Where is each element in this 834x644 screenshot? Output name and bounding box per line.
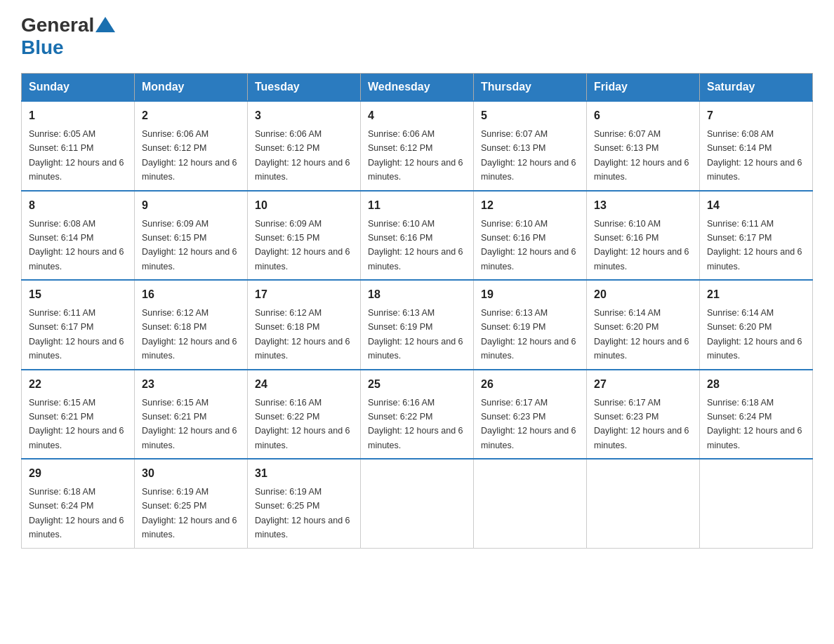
day-info: Sunrise: 6:17 AMSunset: 6:23 PMDaylight:… [594,398,689,450]
day-number: 11 [368,197,466,214]
day-info: Sunrise: 6:12 AMSunset: 6:18 PMDaylight:… [142,308,237,361]
calendar-cell: 17 Sunrise: 6:12 AMSunset: 6:18 PMDaylig… [248,280,361,370]
calendar-cell: 26 Sunrise: 6:17 AMSunset: 6:23 PMDaylig… [474,370,587,459]
calendar-cell: 25 Sunrise: 6:16 AMSunset: 6:22 PMDaylig… [361,370,474,459]
calendar-cell [474,459,587,548]
day-info: Sunrise: 6:10 AMSunset: 6:16 PMDaylight:… [594,219,689,271]
calendar-cell: 3 Sunrise: 6:06 AMSunset: 6:12 PMDayligh… [248,101,361,191]
calendar-cell: 11 Sunrise: 6:10 AMSunset: 6:16 PMDaylig… [361,191,474,281]
week-row-5: 29 Sunrise: 6:18 AMSunset: 6:24 PMDaylig… [22,459,813,548]
day-number: 29 [29,465,127,482]
day-number: 3 [255,107,353,124]
day-info: Sunrise: 6:18 AMSunset: 6:24 PMDaylight:… [29,487,124,539]
day-number: 13 [594,197,692,214]
day-info: Sunrise: 6:16 AMSunset: 6:22 PMDaylight:… [368,398,463,450]
col-header-tuesday: Tuesday [248,74,361,102]
day-number: 10 [255,197,353,214]
day-info: Sunrise: 6:14 AMSunset: 6:20 PMDaylight:… [594,308,689,361]
col-header-saturday: Saturday [700,74,813,102]
calendar-cell: 19 Sunrise: 6:13 AMSunset: 6:19 PMDaylig… [474,280,587,370]
calendar-cell: 2 Sunrise: 6:06 AMSunset: 6:12 PMDayligh… [135,101,248,191]
day-number: 31 [255,465,353,482]
calendar-cell: 15 Sunrise: 6:11 AMSunset: 6:17 PMDaylig… [22,280,135,370]
day-number: 7 [707,107,805,124]
calendar-cell: 21 Sunrise: 6:14 AMSunset: 6:20 PMDaylig… [700,280,813,370]
day-info: Sunrise: 6:06 AMSunset: 6:12 PMDaylight:… [368,129,463,182]
logo-text-main: General Blue [21,14,115,59]
calendar-cell [361,459,474,548]
day-info: Sunrise: 6:07 AMSunset: 6:13 PMDaylight:… [594,129,689,182]
logo-triangle-icon [95,17,115,32]
day-info: Sunrise: 6:10 AMSunset: 6:16 PMDaylight:… [481,219,576,271]
calendar-cell [587,459,700,548]
day-info: Sunrise: 6:08 AMSunset: 6:14 PMDaylight:… [707,129,802,182]
day-number: 2 [142,107,240,124]
calendar-cell: 22 Sunrise: 6:15 AMSunset: 6:21 PMDaylig… [22,370,135,459]
day-number: 19 [481,286,579,303]
calendar-cell: 23 Sunrise: 6:15 AMSunset: 6:21 PMDaylig… [135,370,248,459]
day-info: Sunrise: 6:11 AMSunset: 6:17 PMDaylight:… [29,308,124,361]
col-header-thursday: Thursday [474,74,587,102]
col-header-sunday: Sunday [22,74,135,102]
day-info: Sunrise: 6:11 AMSunset: 6:17 PMDaylight:… [707,219,802,271]
week-row-2: 8 Sunrise: 6:08 AMSunset: 6:14 PMDayligh… [22,191,813,281]
col-header-monday: Monday [135,74,248,102]
day-info: Sunrise: 6:12 AMSunset: 6:18 PMDaylight:… [255,308,350,361]
page-header: General Blue [21,14,813,59]
week-row-4: 22 Sunrise: 6:15 AMSunset: 6:21 PMDaylig… [22,370,813,459]
calendar-cell: 30 Sunrise: 6:19 AMSunset: 6:25 PMDaylig… [135,459,248,548]
calendar-header-row: SundayMondayTuesdayWednesdayThursdayFrid… [22,74,813,102]
day-info: Sunrise: 6:19 AMSunset: 6:25 PMDaylight:… [142,487,237,539]
day-number: 30 [142,465,240,482]
day-number: 26 [481,376,579,393]
calendar-cell: 24 Sunrise: 6:16 AMSunset: 6:22 PMDaylig… [248,370,361,459]
day-number: 20 [594,286,692,303]
day-number: 14 [707,197,805,214]
day-info: Sunrise: 6:10 AMSunset: 6:16 PMDaylight:… [368,219,463,271]
day-number: 28 [707,376,805,393]
day-number: 15 [29,286,127,303]
calendar-cell: 5 Sunrise: 6:07 AMSunset: 6:13 PMDayligh… [474,101,587,191]
calendar-cell: 14 Sunrise: 6:11 AMSunset: 6:17 PMDaylig… [700,191,813,281]
day-info: Sunrise: 6:19 AMSunset: 6:25 PMDaylight:… [255,487,350,539]
calendar-cell: 12 Sunrise: 6:10 AMSunset: 6:16 PMDaylig… [474,191,587,281]
day-info: Sunrise: 6:17 AMSunset: 6:23 PMDaylight:… [481,398,576,450]
week-row-1: 1 Sunrise: 6:05 AMSunset: 6:11 PMDayligh… [22,101,813,191]
calendar-table: SundayMondayTuesdayWednesdayThursdayFrid… [21,73,813,549]
day-number: 17 [255,286,353,303]
calendar-cell: 20 Sunrise: 6:14 AMSunset: 6:20 PMDaylig… [587,280,700,370]
day-number: 6 [594,107,692,124]
logo: General Blue [21,14,115,59]
day-number: 27 [594,376,692,393]
day-info: Sunrise: 6:18 AMSunset: 6:24 PMDaylight:… [707,398,802,450]
day-number: 9 [142,197,240,214]
day-info: Sunrise: 6:05 AMSunset: 6:11 PMDaylight:… [29,129,124,182]
calendar-cell: 7 Sunrise: 6:08 AMSunset: 6:14 PMDayligh… [700,101,813,191]
day-number: 5 [481,107,579,124]
day-number: 25 [368,376,466,393]
day-number: 21 [707,286,805,303]
day-info: Sunrise: 6:13 AMSunset: 6:19 PMDaylight:… [368,308,463,361]
calendar-cell: 29 Sunrise: 6:18 AMSunset: 6:24 PMDaylig… [22,459,135,548]
calendar-cell: 4 Sunrise: 6:06 AMSunset: 6:12 PMDayligh… [361,101,474,191]
day-number: 8 [29,197,127,214]
calendar-cell: 10 Sunrise: 6:09 AMSunset: 6:15 PMDaylig… [248,191,361,281]
day-info: Sunrise: 6:09 AMSunset: 6:15 PMDaylight:… [255,219,350,271]
week-row-3: 15 Sunrise: 6:11 AMSunset: 6:17 PMDaylig… [22,280,813,370]
day-info: Sunrise: 6:15 AMSunset: 6:21 PMDaylight:… [142,398,237,450]
day-number: 12 [481,197,579,214]
calendar-cell: 8 Sunrise: 6:08 AMSunset: 6:14 PMDayligh… [22,191,135,281]
day-info: Sunrise: 6:09 AMSunset: 6:15 PMDaylight:… [142,219,237,271]
day-info: Sunrise: 6:06 AMSunset: 6:12 PMDaylight:… [142,129,237,182]
day-info: Sunrise: 6:14 AMSunset: 6:20 PMDaylight:… [707,308,802,361]
day-number: 23 [142,376,240,393]
calendar-cell [700,459,813,548]
day-number: 4 [368,107,466,124]
day-info: Sunrise: 6:15 AMSunset: 6:21 PMDaylight:… [29,398,124,450]
calendar-cell: 9 Sunrise: 6:09 AMSunset: 6:15 PMDayligh… [135,191,248,281]
calendar-cell: 6 Sunrise: 6:07 AMSunset: 6:13 PMDayligh… [587,101,700,191]
calendar-cell: 1 Sunrise: 6:05 AMSunset: 6:11 PMDayligh… [22,101,135,191]
day-number: 18 [368,286,466,303]
calendar-cell: 18 Sunrise: 6:13 AMSunset: 6:19 PMDaylig… [361,280,474,370]
calendar-cell: 31 Sunrise: 6:19 AMSunset: 6:25 PMDaylig… [248,459,361,548]
